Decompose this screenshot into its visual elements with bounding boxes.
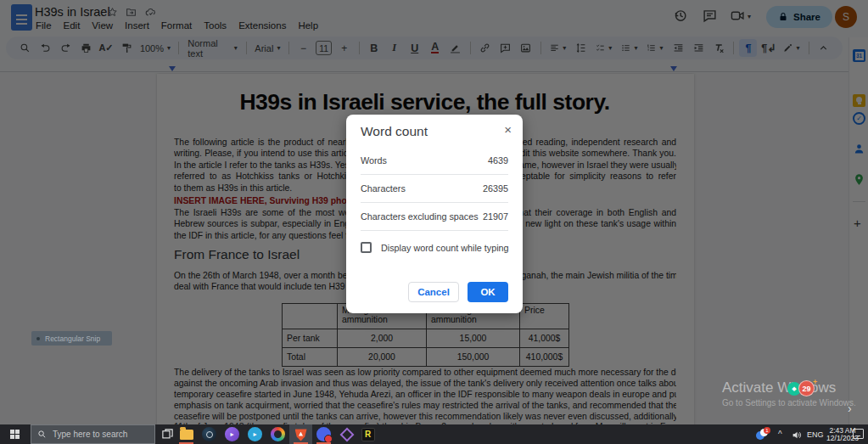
stat-value: 21907 bbox=[483, 211, 508, 222]
dialog-title: Word count bbox=[361, 124, 428, 139]
rockstar-launcher-icon[interactable]: R bbox=[356, 424, 379, 444]
taskbar-search[interactable] bbox=[31, 424, 155, 444]
stat-row-words: Words 4639 bbox=[361, 147, 508, 175]
close-icon[interactable]: × bbox=[504, 122, 512, 137]
grammarly-premium-plus-icon: + bbox=[813, 378, 817, 386]
search-icon bbox=[37, 430, 47, 439]
snip-dot-icon bbox=[36, 337, 40, 340]
start-button-icon[interactable] bbox=[10, 430, 20, 439]
snip-toast-label: Rectangular Snip bbox=[45, 334, 100, 343]
notification-app-icon[interactable] bbox=[312, 424, 335, 444]
windows-taskbar: ▸ ▸ R 1 ^ ENG 2:43 AM 12/1/2023 bbox=[0, 424, 868, 444]
checkbox-label: Display word count while typing bbox=[381, 243, 509, 253]
desktop-screen: H39s in Israel File Edit View Insert For… bbox=[0, 0, 868, 444]
action-center-icon[interactable] bbox=[853, 429, 864, 439]
stat-row-characters-no-spaces: Characters excluding spaces 21907 bbox=[361, 203, 508, 231]
cancel-button[interactable]: Cancel bbox=[408, 282, 459, 302]
brave-browser-icon[interactable] bbox=[289, 424, 312, 444]
stat-label: Words bbox=[361, 155, 387, 166]
taskbar-search-input[interactable] bbox=[53, 430, 146, 439]
word-count-stats: Words 4639 Characters 26395 Characters e… bbox=[361, 147, 508, 231]
file-explorer-icon[interactable] bbox=[175, 424, 198, 444]
stat-row-characters: Characters 26395 bbox=[361, 175, 508, 203]
hidden-icons-chevron[interactable]: ^ bbox=[778, 430, 782, 439]
stat-label: Characters bbox=[361, 183, 406, 194]
stat-value: 4639 bbox=[488, 155, 508, 166]
tray-weather-icon[interactable]: 1 bbox=[756, 429, 769, 440]
word-count-dialog: Word count × Words 4639 Characters 26395… bbox=[346, 115, 523, 313]
stat-label: Characters excluding spaces bbox=[361, 211, 479, 222]
tray-badge: 1 bbox=[764, 427, 770, 434]
stat-value: 26395 bbox=[483, 183, 508, 194]
volume-icon[interactable] bbox=[792, 429, 803, 440]
visual-studio-icon[interactable] bbox=[335, 424, 358, 444]
telegram-icon[interactable]: ▸ bbox=[244, 424, 266, 444]
language-indicator[interactable]: ENG bbox=[807, 430, 824, 439]
grammarly-widget[interactable]: ◆ 29 + bbox=[787, 380, 821, 397]
display-word-count-checkbox[interactable] bbox=[361, 242, 372, 253]
ok-button[interactable]: OK bbox=[468, 282, 508, 302]
media-player-icon[interactable]: ▸ bbox=[221, 424, 244, 444]
hide-panel-chevron-icon[interactable]: › bbox=[848, 402, 852, 415]
steam-icon[interactable] bbox=[198, 424, 221, 444]
snip-toast: Rectangular Snip bbox=[31, 331, 112, 346]
task-view-icon[interactable] bbox=[161, 428, 174, 441]
browser-ring-icon[interactable] bbox=[266, 424, 289, 444]
